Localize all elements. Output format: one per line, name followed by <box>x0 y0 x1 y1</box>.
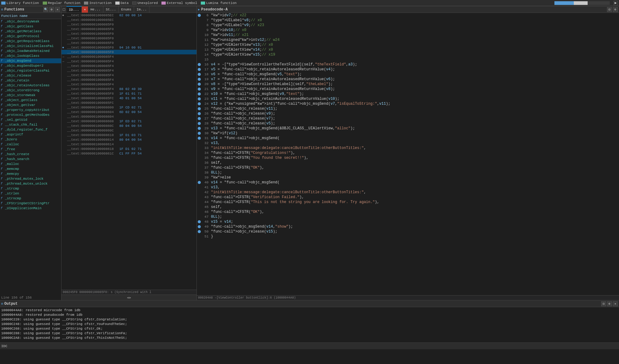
tab-st[interactable]: St... <box>103 6 119 13</box>
function-item[interactable]: f_objc_getMetaClass <box>0 29 61 34</box>
function-item[interactable]: f_asprintf <box>0 132 61 137</box>
function-item[interactable]: f_strncmp <box>0 196 61 201</box>
pseudo-maximize-button[interactable]: ⊡ <box>607 7 612 12</box>
disasm-line[interactable]: __text:00000001000086046D 02 00 54 <box>62 110 196 114</box>
disasm-line[interactable]: __text:00000001000085F0 <box>62 22 196 27</box>
function-item[interactable]: f_strlen <box>0 191 61 196</box>
function-item[interactable]: f_malloc <box>0 162 61 166</box>
output-settings-button[interactable]: ⚙ <box>607 301 612 306</box>
function-item[interactable]: f_strcmp <box>0 186 61 191</box>
code-line[interactable]: 15 <box>197 57 619 62</box>
disasm-line[interactable]: →__text:00000001000085F4 <box>62 59 196 64</box>
function-item[interactable]: f_pthread_mutex_unlock <box>0 181 61 186</box>
code-line[interactable]: 14"type">UIAlertView *v15; // x19 <box>197 52 619 57</box>
output-close-button[interactable]: ✕ <box>613 301 618 306</box>
disasm-line[interactable]: __text:00000001000085FC <box>62 100 196 105</box>
function-item[interactable]: f_objc_getClass <box>0 24 61 29</box>
code-line[interactable]: 24v12 = ("kw">unsigned "kw">int)"func-ca… <box>197 101 619 106</box>
disasm-line[interactable]: ●__text:00000001000085F094 16 00 91 <box>62 45 196 50</box>
pseudo-settings-button[interactable]: ⚙ <box>613 7 618 12</box>
function-item[interactable]: f_object_getClass <box>0 98 61 103</box>
code-line[interactable]: 25"func-call">objc_release(v11); <box>197 106 619 111</box>
code-line[interactable]: 28"func-call">objc_release(v5); <box>197 121 619 126</box>
code-line[interactable]: 8"type">UILabel *v9; // x23 <box>197 23 619 28</box>
code-line[interactable]: 31 v14 = "func-call">objc_msgSend( <box>197 136 619 141</box>
functions-search-button[interactable]: 🔍 <box>43 7 48 12</box>
code-line[interactable]: 41 v13, <box>197 185 619 190</box>
disasm-line[interactable]: __text:00000001000085F0 <box>62 36 196 41</box>
function-item[interactable]: f_CFStringGetCStringPtr <box>0 201 61 206</box>
function-item[interactable]: f_objc_release <box>0 73 61 78</box>
code-line[interactable]: 46 "func-call">CFSTR("OK"), <box>197 209 619 214</box>
code-line[interactable]: 9"kw">id v10; // x0 <box>197 28 619 33</box>
disasm-line[interactable]: __text:000000010000860C80 04 00 54 <box>62 123 196 128</box>
function-item[interactable]: f__stack_chk_fail <box>0 122 61 127</box>
function-item[interactable]: f_objc_destroyWeak <box>0 19 61 24</box>
disasm-line[interactable]: __text:00000001000086081F ED 02 71 <box>62 119 196 123</box>
function-item[interactable]: f_bzero <box>0 137 61 142</box>
code-line[interactable]: 11"kw">unsigned "kw">int v12; // w24 <box>197 37 619 42</box>
function-item[interactable]: f_free <box>0 147 61 152</box>
code-line[interactable]: 42 "initWithTitle:message:delegate:cance… <box>197 190 619 195</box>
function-item[interactable]: f_objc_loadWeakRetained <box>0 49 61 53</box>
disasm-line[interactable]: __text:00000001000085F0 <box>62 41 196 45</box>
disasm-line[interactable]: __text:00000001000085F488 02 40 39 <box>62 87 196 91</box>
code-line[interactable]: 48v15 = v14; <box>197 219 619 224</box>
code-line[interactable]: 36 self, <box>197 160 619 165</box>
function-item[interactable]: f_objc_getRequiredClass <box>0 39 61 44</box>
function-item[interactable]: f_object_getIvar <box>0 103 61 108</box>
disasm-line[interactable]: __text:00000001000085F0 <box>62 27 196 31</box>
code-line[interactable]: 19v7 = "func-call">objc_retainAutoreleas… <box>197 77 619 82</box>
function-item[interactable]: f_objc_retain <box>0 78 61 83</box>
disasm-line[interactable]: __text:00000001000085F0 <box>62 50 196 54</box>
disasm-line[interactable]: __text:00000001000085F4 <box>62 77 196 82</box>
code-line[interactable]: 47 0LL); <box>197 214 619 219</box>
tab-im[interactable]: Im... <box>134 6 149 13</box>
disasm-line[interactable]: __text:00000001000085FC4D 01 00 54 <box>62 96 196 100</box>
code-line[interactable]: 20v8 = -["type">ViewController theLabel]… <box>197 82 619 87</box>
code-line[interactable]: 50"func-call">objc_release(v15); <box>197 229 619 234</box>
function-item[interactable]: f_objc_getProtocol <box>0 34 61 39</box>
function-item[interactable]: f_memcpy <box>0 171 61 176</box>
output-maximize-button[interactable]: ⊡ <box>601 301 606 306</box>
disasm-line[interactable]: __text:000000010000860C <box>62 128 196 133</box>
output-content[interactable]: 10000044A8: restored microcode from idb1… <box>0 307 619 342</box>
function-item[interactable]: f_objc_storeStrong <box>0 88 61 93</box>
code-line[interactable]: 13"type">UIAlertView *v14; // x0 <box>197 47 619 52</box>
function-item[interactable]: f_objc_storeWeak <box>0 93 61 98</box>
code-line[interactable]: 43 "func-call">CFSTR("Verification Faile… <box>197 195 619 200</box>
code-line[interactable]: 44 "func-call">CFSTR("This is not the st… <box>197 200 619 205</box>
disasm-line[interactable]: →__text:00000001000085F4 <box>62 54 196 59</box>
code-line[interactable]: 7"type">UILabel *v8; // x0 <box>197 18 619 23</box>
tab-he[interactable]: He... <box>88 6 103 13</box>
pseudocode-content[interactable]: 6"kw">id v7; // x227"type">UILabel *v8; … <box>197 13 619 295</box>
code-line[interactable]: 26"func-call">objc_release(v9); <box>197 111 619 116</box>
disasm-line[interactable]: __text:00000001000085F4 <box>62 73 196 77</box>
function-item[interactable]: f_objc_initializeClassPai <box>0 44 61 49</box>
disasm-content[interactable]: ●__text:00000001000085EC02 00 00 14 __te… <box>62 13 196 290</box>
code-line[interactable]: 49"func-call">objc_msgSend(v14, "show"); <box>197 224 619 229</box>
disasm-line[interactable]: __text:000000010000861CC1 FF FF 54 <box>62 151 196 156</box>
code-line[interactable]: 10"kw">id v11; // x21 <box>197 33 619 37</box>
function-item[interactable]: f_protocol_getMethodDes <box>0 112 61 117</box>
function-item[interactable]: f_memcmp <box>0 166 61 171</box>
disasm-line[interactable]: __text:00000001000085F0 <box>62 31 196 36</box>
function-item[interactable]: f_sel_getUid <box>0 117 61 122</box>
tab-enums[interactable]: Enums <box>119 6 134 13</box>
function-item[interactable]: f_objc_msgSend <box>0 58 61 63</box>
code-line[interactable]: 27"func-call">objc_release(v7); <box>197 116 619 121</box>
disasm-line[interactable]: __text:00000001000085F4 <box>62 64 196 68</box>
disasm-line[interactable]: __text:00000001000086181F D1 02 71 <box>62 147 196 151</box>
disasm-line[interactable]: __text:0000000100008604 <box>62 114 196 119</box>
code-line[interactable]: 6"kw">id v7; // x22 <box>197 13 619 18</box>
disasm-line[interactable]: __text:00000001000085F4 <box>62 82 196 87</box>
code-line[interactable]: 29v13 = "func-call">objc_msgSend(&OBJC_C… <box>197 126 619 131</box>
disasm-line[interactable]: __text:00000001000085F81F 61 01 71 <box>62 91 196 96</box>
disasm-line[interactable]: __text:00000001000085F4 <box>62 68 196 73</box>
code-line[interactable]: 32 v13, <box>197 141 619 146</box>
code-line[interactable]: 51} <box>197 234 619 239</box>
functions-close-button[interactable]: ✕ <box>55 7 60 12</box>
code-line[interactable]: 37 "func-call">CFSTR("OK"), <box>197 165 619 170</box>
code-line[interactable]: 17v5 = "func-call">objc_retainAutoreleas… <box>197 67 619 72</box>
disasm-line[interactable]: __text:00000001000085EC <box>62 18 196 22</box>
